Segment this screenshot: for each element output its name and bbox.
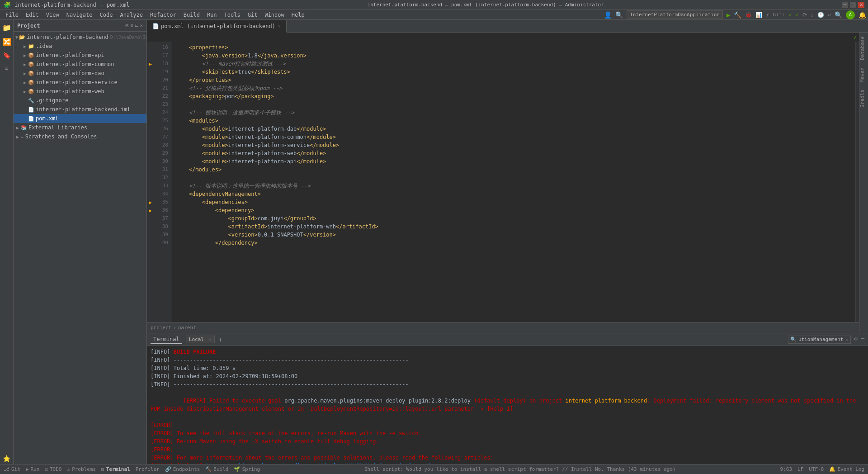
- tree-item-service[interactable]: ▶ 📦 internet-platform-service: [14, 78, 146, 87]
- gutter-line-23: [147, 100, 154, 109]
- tree-item-root[interactable]: ▼ 📂 internet-platform-backend D:\JavaDem…: [14, 33, 146, 42]
- run-bottom-button[interactable]: ▶ Run: [26, 466, 40, 472]
- menu-run[interactable]: Run: [203, 11, 221, 19]
- collapse-all-icon[interactable]: ⊟: [126, 23, 129, 28]
- maven-panel-button[interactable]: Maven: [859, 64, 868, 86]
- todo-bottom-button[interactable]: ☑ TODO: [45, 466, 61, 472]
- terminal-local-tab[interactable]: Local ✕: [186, 336, 215, 343]
- structure-button[interactable]: ≡: [3, 62, 10, 73]
- tree-item-pom[interactable]: ▶ 📄 pom.xml: [14, 114, 146, 123]
- menu-navigate[interactable]: Navigate: [63, 11, 96, 19]
- menu-code[interactable]: Code: [96, 11, 117, 19]
- pom-icon: 📄: [28, 116, 34, 122]
- app-name: internet-platform-backend: [14, 2, 96, 8]
- search-everywhere-icon[interactable]: 🔍: [615, 11, 623, 19]
- gutter-line-20: [147, 76, 154, 84]
- breadcrumb-parent[interactable]: parent: [178, 325, 196, 331]
- problems-bottom-button[interactable]: ⚠ Problems: [67, 466, 96, 472]
- code-line-29: <module>internet-platform-web</module>: [176, 149, 855, 157]
- run-config-selector[interactable]: InternetPlatformDaoApplication: [627, 10, 723, 19]
- close-button[interactable]: ✕: [858, 2, 864, 8]
- menu-window[interactable]: Window: [261, 11, 288, 19]
- gradle-panel-button[interactable]: Gradle: [859, 86, 868, 111]
- git-pull-icon[interactable]: ↓: [811, 12, 814, 18]
- terminal-tab-terminal[interactable]: Terminal: [151, 335, 182, 344]
- vcs-icon[interactable]: 👤: [604, 11, 612, 19]
- event-log-label: Event Log: [837, 466, 864, 472]
- terminal-minimize-icon[interactable]: ─: [861, 336, 864, 344]
- code-line-39: <version>0.0.1-SNAPSHOT</version>: [176, 231, 855, 239]
- menu-help[interactable]: Help: [288, 11, 308, 19]
- debug-button[interactable]: 🐞: [745, 12, 752, 18]
- git-push-icon[interactable]: ✓: [795, 12, 798, 18]
- menu-git[interactable]: Git: [244, 11, 261, 19]
- code-line-16: <properties>: [176, 43, 855, 52]
- tree-item-web[interactable]: ▶ 📦 internet-platform-web: [14, 87, 146, 96]
- shell-script-text: Shell script: Would you like to install …: [364, 466, 676, 472]
- terminal-search-value: utionManagement: [798, 337, 843, 342]
- profiler-bottom-button[interactable]: Profiler: [136, 466, 160, 472]
- endpoints-bottom-button[interactable]: 🔗 Endpoints: [165, 466, 200, 472]
- tree-item-iml[interactable]: ▶ 📄 internet-platform-backend.iml: [14, 105, 146, 114]
- commit-view-button[interactable]: 🔀: [0, 36, 13, 48]
- menu-file[interactable]: File: [2, 11, 22, 19]
- editor-scrollbar[interactable]: [855, 42, 859, 322]
- terminal-local-close[interactable]: ✕: [209, 337, 212, 342]
- undo-button[interactable]: ↩: [828, 12, 831, 18]
- build-button[interactable]: 🔨: [734, 11, 741, 19]
- event-log-button[interactable]: 🔔 Event Log: [829, 466, 864, 472]
- tree-item-idea[interactable]: ▶ 📁 .idea: [14, 42, 146, 51]
- menu-build[interactable]: Build: [180, 11, 203, 19]
- settings-icon[interactable]: ⚙: [130, 23, 133, 28]
- run-button[interactable]: ▶: [726, 11, 730, 19]
- build-bottom-button[interactable]: 🔨 Build: [205, 466, 228, 472]
- terminal-bottom-icon: ⊞: [101, 466, 104, 472]
- tree-item-gitignore[interactable]: ▶ 🔧 .gitignore: [14, 96, 146, 105]
- code-line-36: <dependency>: [176, 206, 855, 214]
- git-bottom-button[interactable]: ⎇ Git: [4, 466, 20, 472]
- terminal-search-bar[interactable]: 🔍 utionManagement ✕: [788, 336, 851, 344]
- error-help-link[interactable]: http://cwiki.apache.org/confluence/displ…: [206, 463, 438, 464]
- git-update-icon[interactable]: ⟳: [802, 12, 807, 18]
- expand-icon[interactable]: ⇆: [135, 23, 138, 28]
- close-panel-icon[interactable]: ✕: [140, 23, 143, 28]
- user-avatar[interactable]: A: [846, 10, 855, 19]
- menu-refactor[interactable]: Refactor: [146, 11, 180, 19]
- profiler-bottom-label: Profiler: [136, 466, 160, 472]
- bookmarks-button[interactable]: 🔖: [1, 50, 12, 61]
- code-line-23: [176, 100, 855, 109]
- tree-item-external[interactable]: ▶ 📚 External Libraries: [14, 123, 146, 132]
- notifications-icon[interactable]: 🔔: [859, 11, 866, 19]
- terminal-content[interactable]: [INFO] BUILD FAILURE [INFO] ------------…: [147, 346, 868, 464]
- maximize-button[interactable]: □: [850, 2, 856, 8]
- spring-bottom-button[interactable]: 🌱 Spring: [234, 466, 260, 472]
- code-editor[interactable]: ✓ ▶: [147, 33, 859, 333]
- database-panel-button[interactable]: Database: [859, 33, 868, 64]
- menu-tools[interactable]: Tools: [221, 11, 244, 19]
- terminal-bottom-button[interactable]: ⊞ Terminal: [101, 466, 130, 472]
- git-commit-icon[interactable]: ✓: [788, 12, 792, 18]
- menu-analyze[interactable]: Analyze: [116, 11, 146, 19]
- terminal-settings-icon[interactable]: ⚙: [854, 336, 858, 344]
- profile-button[interactable]: ⚡: [766, 12, 769, 18]
- favorites-button[interactable]: ⭐: [1, 453, 12, 464]
- tree-arrow-idea: ▶: [23, 44, 27, 49]
- tree-item-common[interactable]: ▶ 📦 internet-platform-common: [14, 60, 146, 69]
- tree-item-dao[interactable]: ▶ 📦 internet-platform-dao: [14, 69, 146, 78]
- menu-edit[interactable]: Edit: [22, 11, 42, 19]
- git-history-icon[interactable]: 🕐: [817, 12, 824, 18]
- breadcrumb-project[interactable]: project: [151, 325, 171, 331]
- tree-item-scratches[interactable]: ▶ ✏️ Scratches and Consoles: [14, 132, 146, 141]
- tree-item-api[interactable]: ▶ 📦 internet-platform-api: [14, 51, 146, 60]
- coverage-button[interactable]: 📊: [755, 12, 762, 18]
- terminal-add-button[interactable]: +: [218, 336, 222, 343]
- project-view-button[interactable]: 📁: [0, 22, 13, 34]
- editor-tab-pom[interactable]: 📄 pom.xml (internet-platform-backend) ✕: [147, 20, 287, 33]
- code-content[interactable]: <properties> <java.version>1.8</java.ver…: [172, 42, 855, 322]
- menu-view[interactable]: View: [42, 11, 63, 19]
- terminal-search-close[interactable]: ✕: [845, 337, 848, 343]
- minimize-button[interactable]: ─: [842, 2, 848, 8]
- tab-close-button[interactable]: ✕: [278, 24, 281, 28]
- find-button[interactable]: 🔍: [835, 11, 842, 19]
- bookmark-marker-18: ▶: [149, 62, 152, 66]
